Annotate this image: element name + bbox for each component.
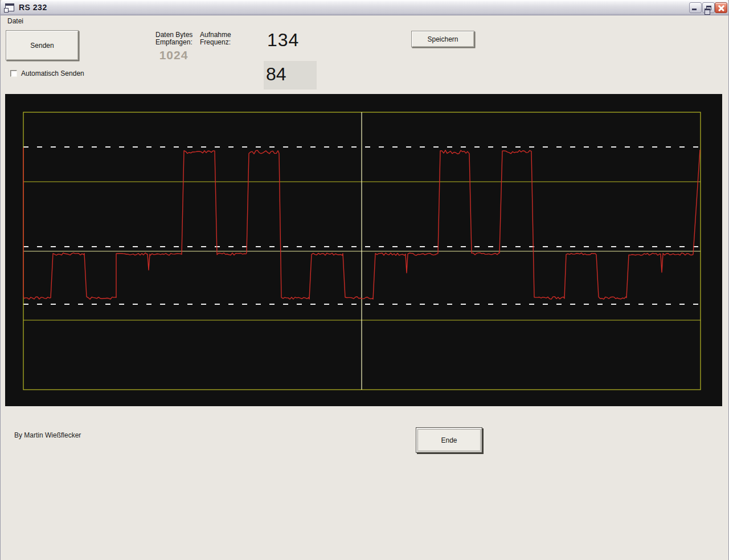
window-title: RS 232 xyxy=(19,3,47,12)
form-window-icon xyxy=(5,3,14,11)
scope-canvas xyxy=(5,94,722,406)
credit-text: By Martin Wießflecker xyxy=(14,431,81,439)
title-bar[interactable]: RS 232 xyxy=(1,0,728,15)
received-bytes-label: Daten Bytes Empfangen: xyxy=(155,31,193,46)
minimize-icon xyxy=(692,9,697,10)
app-window: RS 232 Datei Senden Automatisch Senden D… xyxy=(0,0,729,560)
sample-frequency-value: 134 xyxy=(267,30,299,51)
restore-button[interactable] xyxy=(702,2,715,13)
save-button[interactable]: Speichern xyxy=(411,31,474,47)
minimize-button[interactable] xyxy=(689,2,702,13)
send-button[interactable]: Senden xyxy=(6,30,79,60)
auto-send-checkbox-label: Automatisch Senden xyxy=(21,70,84,77)
auto-send-checkbox[interactable] xyxy=(10,70,17,77)
secondary-value: 84 xyxy=(266,64,286,85)
secondary-value-box: 84 xyxy=(264,61,317,89)
auto-send-checkbox-row[interactable]: Automatisch Senden xyxy=(10,70,84,77)
received-bytes-value: 1024 xyxy=(153,48,194,62)
close-button[interactable] xyxy=(715,2,727,13)
menu-bar: Datei xyxy=(1,15,728,26)
end-button[interactable]: Ende xyxy=(416,427,482,453)
restore-icon xyxy=(706,6,711,10)
oscilloscope-panel xyxy=(5,94,722,406)
sample-frequency-label: Aufnahme Frequenz: xyxy=(200,31,231,46)
menu-item-datei[interactable]: Datei xyxy=(5,17,26,26)
